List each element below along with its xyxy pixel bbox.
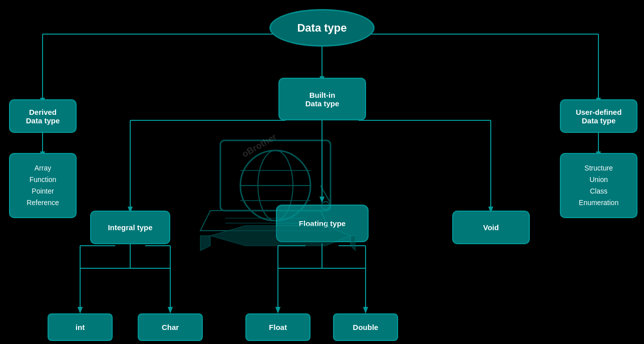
char-label: Char — [162, 323, 179, 331]
data-type-label: Data type — [297, 22, 347, 35]
svg-marker-30 — [78, 307, 83, 313]
builtin-node: Built-in Data type — [278, 78, 366, 120]
int-label: int — [76, 323, 85, 331]
derived-label: Derived Data type — [26, 108, 60, 125]
ud-union: Union — [589, 175, 608, 185]
void-node: Void — [452, 211, 530, 244]
char-node: Char — [138, 313, 203, 341]
void-label: Void — [483, 223, 499, 232]
integral-label: Integral type — [108, 223, 152, 232]
double-label: Double — [353, 323, 379, 331]
svg-point-52 — [321, 202, 330, 210]
builtin-label: Built-in Data type — [305, 91, 340, 108]
svg-marker-34 — [275, 307, 280, 313]
svg-marker-42 — [275, 307, 280, 313]
svg-marker-25 — [168, 307, 173, 313]
derived-node: Derived Data type — [9, 99, 77, 133]
derived-reference: Reference — [27, 198, 59, 208]
user-defined-list-node: Structure Union Class Enumeration — [560, 153, 637, 218]
svg-marker-31 — [168, 307, 173, 313]
ud-enumeration: Enumeration — [579, 198, 618, 208]
float-label: Float — [269, 323, 287, 331]
float-node: Float — [245, 313, 310, 341]
ud-class: Class — [590, 186, 607, 197]
data-type-node: Data type — [269, 9, 375, 47]
svg-marker-37 — [363, 307, 368, 313]
svg-marker-43 — [363, 307, 368, 313]
derived-function: Function — [30, 175, 57, 185]
user-defined-label: User-defined Data type — [576, 108, 622, 125]
svg-line-53 — [320, 186, 331, 203]
int-node: int — [48, 313, 113, 341]
ud-structure: Structure — [584, 163, 613, 174]
svg-marker-22 — [78, 307, 83, 313]
integral-node: Integral type — [90, 211, 170, 244]
derived-list-node: Array Function Pointer Reference — [9, 153, 77, 218]
derived-pointer: Pointer — [32, 186, 54, 197]
diagram: oBrother Data type Derived Data type Arr… — [0, 0, 644, 344]
user-defined-node: User-defined Data type — [560, 99, 637, 133]
laptop-decoration — [195, 125, 356, 266]
derived-array: Array — [35, 163, 51, 174]
double-node: Double — [333, 313, 398, 341]
